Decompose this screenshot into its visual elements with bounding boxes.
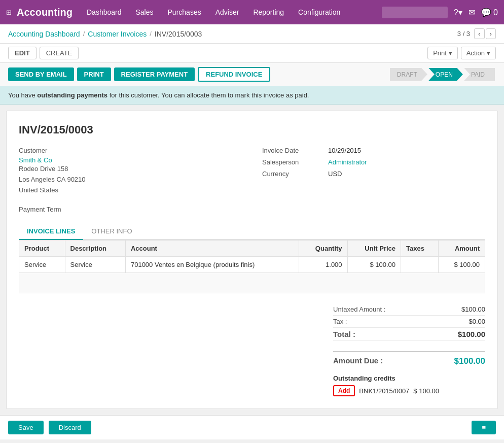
invoice-date-value: 10/29/2015 [328, 147, 361, 154]
help-icon[interactable]: ?▾ [454, 8, 462, 17]
edit-button[interactable]: EDIT [8, 47, 37, 59]
invoice-table: Product Description Account Quantity Uni… [19, 240, 485, 273]
totals-table: Untaxed Amount : $100.00 Tax : $0.00 Tot… [333, 303, 485, 368]
invoice-meta: Invoice Date 10/29/2015 Salesperson Admi… [262, 147, 485, 195]
breadcrumb-sep-2: / [150, 30, 152, 38]
grid-icon[interactable]: ⊞ [6, 9, 12, 16]
print-dropdown-button[interactable]: Print ▾ [427, 47, 458, 59]
table-row[interactable]: Service Service 701000 Ventes en Belgiqu… [19, 257, 485, 273]
salesperson-label: Salesperson [262, 158, 328, 166]
action-label: Action [466, 49, 485, 57]
address-line3: United States [19, 185, 242, 196]
prev-record-button[interactable]: ‹ [474, 28, 484, 39]
nav-adviser[interactable]: Adviser [213, 1, 241, 23]
currency-label: Currency [262, 170, 328, 178]
invoice-content: INV/2015/0003 Customer Smith & Co Rodeo … [6, 111, 498, 409]
invoice-date-row: Invoice Date 10/29/2015 [262, 147, 485, 154]
add-credit-button[interactable]: Add [333, 385, 355, 396]
cell-description: Service [65, 257, 125, 273]
create-button[interactable]: CREATE [40, 47, 79, 59]
cell-taxes [401, 257, 438, 273]
save-button[interactable]: Save [8, 421, 44, 434]
print-label: Print [433, 49, 447, 57]
col-header-taxes: Taxes [401, 241, 438, 257]
breadcrumb-right: 3 / 3 ‹ › [457, 28, 496, 39]
untaxed-amount-row: Untaxed Amount : $100.00 [333, 303, 485, 316]
customer-name[interactable]: Smith & Co [19, 156, 242, 164]
refund-invoice-button[interactable]: REFUND INVOICE [198, 67, 270, 82]
action-chevron-icon: ▾ [487, 49, 490, 57]
invoice-number: INV/2015/0003 [19, 123, 485, 137]
cell-product: Service [19, 257, 65, 273]
register-payment-button[interactable]: REGISTER PAYMENT [114, 67, 195, 81]
status-bar: SEND BY EMAIL PRINT REGISTER PAYMENT REF… [0, 63, 504, 86]
untaxed-label: Untaxed Amount : [333, 305, 385, 313]
total-value: $100.00 [458, 330, 485, 338]
amount-due-value: $100.00 [454, 356, 485, 366]
bottom-bar: Save Discard ≡ [0, 415, 504, 439]
customer-section: Customer Smith & Co Rodeo Drive 158 Los … [19, 147, 242, 195]
tab-other-info[interactable]: OTHER INFO [83, 223, 140, 240]
breadcrumb-accounting-dashboard[interactable]: Accounting Dashboard [8, 30, 80, 38]
cell-quantity: 1.000 [299, 257, 347, 273]
nav-right: ?▾ ✉ 💬 0 [382, 7, 498, 18]
amount-due-row: Amount Due : $100.00 [333, 351, 485, 368]
alert-text-after: for this customer. You can allocate them… [107, 91, 309, 99]
amount-due-label: Amount Due : [333, 356, 383, 366]
action-bar: EDIT CREATE Print ▾ Action ▾ [0, 44, 504, 63]
currency-value: USD [328, 170, 342, 178]
outstanding-box: Outstanding credits Add BNK1/2015/0007 $… [333, 374, 485, 396]
outstanding-title: Outstanding credits [333, 374, 485, 382]
page-info: 3 / 3 [457, 30, 470, 38]
nav-arrows: ‹ › [474, 28, 496, 39]
discard-button[interactable]: Discard [49, 421, 91, 434]
bottom-action-button[interactable]: ≡ [472, 421, 496, 434]
total-row: Total : $100.00 [333, 328, 485, 341]
total-label: Total : [333, 330, 355, 338]
col-header-unit-price: Unit Price [347, 241, 401, 257]
nav-sales[interactable]: Sales [134, 1, 156, 23]
next-record-button[interactable]: › [486, 28, 496, 39]
tax-row: Tax : $0.00 [333, 316, 485, 328]
tax-value: $0.00 [469, 318, 485, 325]
breadcrumb-customer-invoices[interactable]: Customer Invoices [88, 30, 147, 38]
nav-items: Dashboard Sales Purchases Adviser Report… [85, 1, 382, 23]
alert-bold-text: outstanding payments [37, 91, 107, 99]
credit-amount: $ 100.00 [413, 387, 439, 395]
nav-dashboard[interactable]: Dashboard [85, 1, 124, 23]
top-navigation: ⊞ Accounting Dashboard Sales Purchases A… [0, 0, 504, 24]
invoice-header: Customer Smith & Co Rodeo Drive 158 Los … [19, 147, 485, 195]
mail-icon[interactable]: ✉ [469, 8, 475, 17]
chat-icon[interactable]: 💬 0 [481, 8, 498, 17]
app-name: Accounting [17, 7, 73, 18]
cell-unit-price: $ 100.00 [347, 257, 401, 273]
cell-account: 701000 Ventes en Belgique (produits fini… [125, 257, 299, 273]
payment-term-label: Payment Term [19, 206, 61, 213]
col-header-description: Description [65, 241, 125, 257]
col-header-amount: Amount [438, 241, 485, 257]
col-header-account: Account [125, 241, 299, 257]
salesperson-value[interactable]: Administrator [328, 158, 367, 166]
invoice-tabs: INVOICE LINES OTHER INFO [19, 223, 485, 240]
nav-reporting[interactable]: Reporting [251, 1, 286, 23]
nav-configuration[interactable]: Configuration [296, 1, 342, 23]
address-line2: Los Angeles CA 90210 [19, 175, 242, 185]
currency-row: Currency USD [262, 170, 485, 178]
step-draft: DRAFT [390, 68, 427, 81]
search-input[interactable] [382, 7, 448, 18]
print-chevron-icon: ▾ [449, 49, 452, 57]
print-button[interactable]: PRINT [77, 67, 111, 81]
action-dropdown-button[interactable]: Action ▾ [461, 47, 496, 59]
tab-invoice-lines[interactable]: INVOICE LINES [19, 223, 83, 240]
alert-banner: You have outstanding payments for this c… [0, 86, 504, 105]
address-line1: Rodeo Drive 158 [19, 164, 242, 175]
send-by-email-button[interactable]: SEND BY EMAIL [8, 67, 74, 81]
nav-purchases[interactable]: Purchases [166, 1, 203, 23]
breadcrumb-sep-1: / [83, 30, 85, 38]
invoice-date-label: Invoice Date [262, 147, 328, 154]
outstanding-row: Add BNK1/2015/0007 $ 100.00 [333, 385, 485, 396]
tax-label: Tax : [333, 318, 347, 325]
col-header-product: Product [19, 241, 65, 257]
payment-term-section: Payment Term [19, 206, 485, 213]
breadcrumb-bar: Accounting Dashboard / Customer Invoices… [0, 24, 504, 44]
